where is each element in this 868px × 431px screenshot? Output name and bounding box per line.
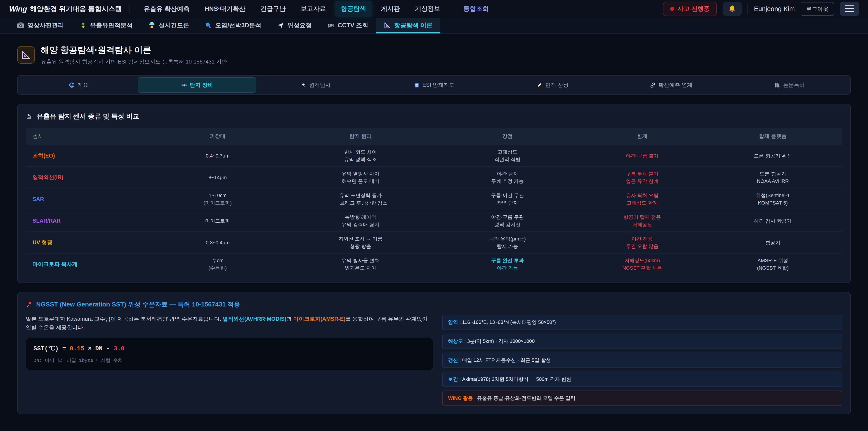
table-row: 마이크로파 복사계수cm(수동형)유막 방사율 변화밝기온도 차이구름 완전 투…: [26, 254, 842, 275]
satellite-icon: [181, 82, 187, 88]
sensor-name: SAR: [26, 192, 148, 206]
table-row: 광학(EO)0.4~0.7μm반사 휘도 차이유막 광택·색조고해상도직관적 식…: [26, 145, 842, 167]
magnifier-icon: [205, 22, 212, 29]
table-header-row: 센서파장대탐지 원리강점한계탑재 플랫폼: [26, 128, 842, 145]
strengths-cell: 야간 탐지두께 추정 가능: [434, 167, 581, 188]
top-nav-right: 사고 진행중 Eunjeong Kim 로그아웃: [663, 2, 859, 16]
spec-item-4: 보간 : Akima(1978) 2차원 5차다항식 → 500m 격자 변환: [442, 372, 842, 387]
notifications-button[interactable]: [723, 2, 742, 16]
strengths-cell: 야간·구름 무관광역 감시선: [434, 210, 581, 232]
ngsst-description: 일본 토호쿠대학 Kawamura 교수팀이 제공하는 북서태평양 광역 수온자…: [26, 315, 433, 332]
incident-status-badge: 사고 진행중: [663, 2, 717, 16]
tab-1[interactable]: 개요: [19, 77, 138, 93]
tab-7[interactable]: 논문특허: [730, 77, 849, 93]
sub-nav-item-4[interactable]: 오염/선박3D분석: [197, 18, 269, 33]
spec-item-3: 갱신 : 매일 12시 FTP 자동수신 · 최근 5일 합성: [442, 352, 842, 368]
sparkles-icon: [300, 82, 306, 88]
tab-label: ESI 방제지도: [423, 81, 454, 89]
sub-nav-item-5[interactable]: 위성요청: [269, 18, 319, 33]
main-menu-item-3[interactable]: 긴급구난: [254, 1, 291, 17]
main-content: 해양 항공탐색·원격탐사 이론 유출유 원격탐지·항공감시 기법·ESI 방제정…: [0, 34, 868, 414]
main-menu-item-8[interactable]: 통합조회: [458, 1, 495, 17]
cyan-highlight: 열적외선(AVHRR·MODIS): [223, 316, 286, 322]
limits-cell: 항공기 탑재 전용저해상도: [581, 210, 704, 232]
sub-nav-item-2[interactable]: 유출유면적분석: [72, 18, 141, 33]
sub-nav-label: 영상사진관리: [27, 21, 64, 29]
incident-dot-icon: [670, 7, 674, 11]
table-row: 열적외선(IR)8~14μm유막 열방사 차이해수면 온도 대비야간 탐지두께 …: [26, 167, 842, 188]
sensor-name: UV 형광: [26, 235, 148, 250]
wavelength-cell: 8~14μm: [148, 171, 287, 184]
formula-part: × DN -: [84, 345, 114, 352]
spec-item-2: 해상도 : 3분(약 5km) · 격자 1000×1000: [442, 334, 842, 349]
tab-label: 탐지 장비: [190, 81, 213, 89]
description-text: 일본 토호쿠대학 Kawamura 교수팀이 제공하는 북서태평양 광역 수온자…: [26, 316, 223, 322]
main-menu-item-5[interactable]: 항공탐색: [335, 1, 372, 17]
column-header-2: 파장대: [148, 128, 287, 145]
sensor-name: SLAR/RAR: [26, 214, 148, 228]
sub-nav-item-3[interactable]: 실시간드론: [141, 18, 197, 33]
spec-label: 영역: [448, 319, 458, 325]
limits-cell: 야간·구름 불가: [581, 149, 704, 163]
logout-button[interactable]: 로그아웃: [801, 2, 834, 16]
limits-cell: 저해상도(50km)NGSST 혼합 사용: [581, 254, 704, 275]
main-menu-item-4[interactable]: 보고자료: [295, 1, 332, 17]
sub-nav-label: 실시간드론: [159, 21, 189, 29]
sensor-name: 광학(EO): [26, 149, 148, 163]
divider: [452, 4, 452, 13]
main-menu-item-6[interactable]: 게시판: [375, 1, 406, 17]
sub-nav-item-1[interactable]: 영상사진관리: [9, 18, 72, 33]
sub-nav-label: 항공탐색 이론: [394, 21, 433, 29]
ngsst-left-column: 일본 토호쿠대학 Kawamura 교수팀이 제공하는 북서태평양 광역 수온자…: [26, 315, 433, 406]
wavelength-cell: 수cm(수동형): [148, 254, 287, 275]
column-header-6: 탑재 플랫폼: [704, 128, 842, 145]
main-menu-item-2[interactable]: HNS·대기확산: [199, 1, 251, 17]
formula-part: 3.0: [114, 345, 125, 352]
sub-nav-label: 위성요청: [287, 21, 312, 29]
limits-cell: 야간 전용주간 오탐 많음: [581, 232, 704, 253]
sensor-name: 열적외선(IR): [26, 170, 148, 185]
app-logo: Wing: [9, 4, 27, 13]
tab-4[interactable]: ESI 방제지도: [375, 77, 493, 93]
table-row: SLAR/RAR마이크로파측방향 레이더유막 감쇠대 탐지야간·구름 무관광역 …: [26, 210, 842, 232]
platforms-cell: 드론·항공기·위성: [704, 149, 842, 163]
spec-label: WING 활용: [448, 395, 473, 401]
triangle-ruler-icon: [17, 46, 35, 64]
principle-cell: 유막 표면장력 증가→ 브래그 후방산란 감소: [287, 188, 434, 210]
hamburger-menu-button[interactable]: [840, 2, 859, 16]
description-text: 과: [286, 316, 293, 322]
sub-nav: 영상사진관리유출유면적분석실시간드론오염/선박3D분석위성요청CCTV 조회항공…: [0, 18, 868, 34]
tab-5[interactable]: 면적 산정: [493, 77, 612, 93]
formula-part: SST(℃) =: [33, 345, 70, 352]
page-header: 해양 항공탐색·원격탐사 이론 유출유 원격탐지·항공감시 기법·ESI 방제정…: [17, 44, 851, 65]
principle-cell: 자외선 조사 → 기름형광 방출: [287, 232, 434, 253]
page-subtitle: 유출유 원격탐지·항공감시 기법·ESI 방제정보지도·등록특허 10-1567…: [41, 58, 227, 65]
strengths-cell: 박막 유막(μm급)탐지 가능: [434, 232, 581, 253]
sensor-comparison-card: 유출유 탐지 센서 종류 및 특성 비교 센서파장대탐지 원리강점한계탑재 플랫…: [17, 104, 851, 283]
tab-2[interactable]: 탐지 장비: [138, 77, 256, 93]
user-name: Eunjeong Kim: [754, 5, 795, 13]
tab-label: 원격탐사: [309, 81, 331, 89]
incident-label: 사고 진행중: [677, 5, 710, 13]
column-header-4: 강점: [434, 128, 581, 145]
spec-value: : 3분(약 5km) · 격자 1000×1000: [463, 338, 535, 344]
spec-label: 보간: [448, 376, 458, 382]
triangle-ruler-icon: [383, 22, 391, 29]
principle-cell: 유막 열방사 차이해수면 온도 대비: [287, 167, 434, 188]
orange-highlight: 마이크로파(AMSR-E): [293, 316, 346, 322]
sub-nav-item-7[interactable]: 항공탐색 이론: [376, 18, 440, 33]
tab-3[interactable]: 원격탐사: [256, 77, 375, 93]
link-icon: [650, 82, 656, 88]
bell-icon: [728, 5, 736, 13]
tab-6[interactable]: 확산예측 연계: [612, 77, 730, 93]
divider: [747, 4, 748, 14]
sparkle-icon: [79, 22, 87, 29]
table-row: SAR1~10cm(마이크로파)유막 표면장력 증가→ 브래그 후방산란 감소구…: [26, 188, 842, 210]
brand: Wing 해양환경 위기대응 통합시스템: [9, 4, 122, 13]
main-menu-item-1[interactable]: 유출유 확산예측: [138, 1, 195, 17]
sub-nav-label: 유출유면적분석: [90, 21, 133, 29]
sub-nav-item-6[interactable]: CCTV 조회: [319, 18, 376, 33]
column-header-3: 탐지 원리: [287, 128, 434, 145]
pencil-icon: [536, 82, 542, 88]
main-menu-item-7[interactable]: 기상정보: [409, 1, 446, 17]
